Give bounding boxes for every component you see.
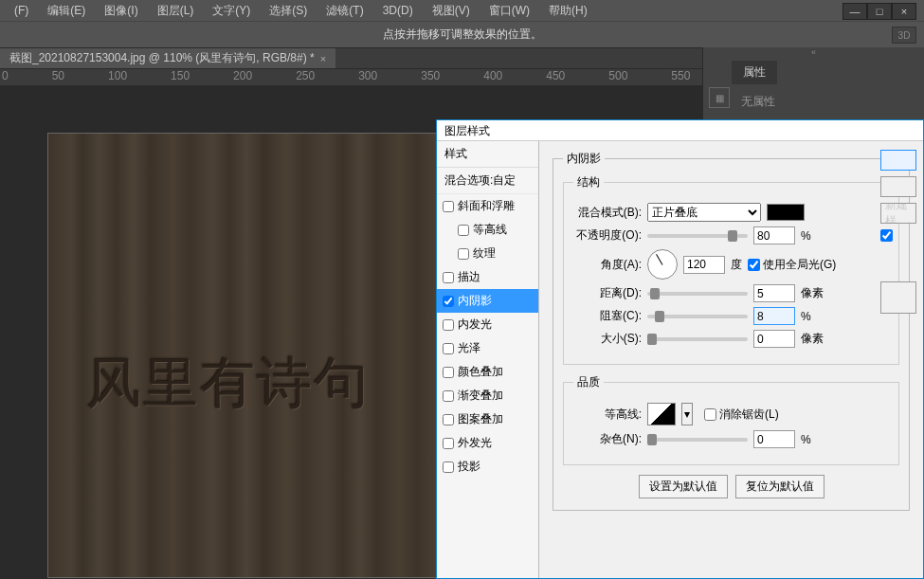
style-row[interactable]: 纹理 bbox=[437, 242, 538, 265]
style-row[interactable]: 图案叠加 bbox=[437, 407, 538, 431]
style-row[interactable]: 等高线 bbox=[437, 218, 538, 242]
contour-dropdown-icon[interactable]: ▾ bbox=[681, 403, 693, 425]
style-label: 纹理 bbox=[473, 245, 496, 262]
style-row[interactable]: 投影 bbox=[437, 455, 538, 479]
style-checkbox[interactable] bbox=[443, 390, 454, 402]
opacity-slider[interactable] bbox=[647, 234, 748, 238]
menu-item[interactable]: 图像(I) bbox=[95, 0, 147, 22]
contour-picker[interactable] bbox=[647, 403, 676, 425]
style-label: 描边 bbox=[458, 269, 480, 285]
menu-item[interactable]: 窗口(W) bbox=[480, 0, 539, 22]
blend-mode-select[interactable]: 正片叠底 bbox=[647, 203, 761, 222]
style-checkbox[interactable] bbox=[443, 201, 454, 212]
noise-unit: % bbox=[801, 433, 811, 446]
style-row[interactable]: 渐变叠加 bbox=[437, 384, 538, 407]
style-checkbox[interactable] bbox=[443, 438, 454, 449]
opacity-input[interactable] bbox=[753, 226, 795, 244]
menu-item[interactable]: 视图(V) bbox=[423, 0, 480, 22]
style-checkbox[interactable] bbox=[443, 461, 454, 473]
style-checkbox[interactable] bbox=[443, 367, 454, 378]
maximize-button[interactable]: □ bbox=[867, 3, 892, 20]
opacity-unit: % bbox=[801, 229, 811, 243]
properties-panel: « ▦ 属性 无属性 bbox=[702, 47, 924, 131]
menu-item[interactable]: 帮助(H) bbox=[539, 0, 597, 22]
structure-fieldset: 结构 混合模式(B): 正片叠底 不透明度(O): % 角度(A): bbox=[563, 174, 899, 365]
size-label: 大小(S): bbox=[573, 331, 642, 347]
structure-legend: 结构 bbox=[573, 174, 604, 190]
size-slider[interactable] bbox=[647, 337, 748, 341]
style-checkbox[interactable] bbox=[443, 343, 454, 354]
ruler-mark: 300 bbox=[358, 69, 377, 85]
ruler-mark: 500 bbox=[608, 69, 627, 85]
size-unit: 像素 bbox=[801, 331, 824, 347]
close-button[interactable]: × bbox=[892, 3, 916, 20]
distance-slider[interactable] bbox=[647, 292, 748, 296]
properties-content: 无属性 bbox=[732, 84, 924, 119]
menu-item[interactable]: 文字(Y) bbox=[203, 0, 260, 22]
choke-unit: % bbox=[801, 310, 811, 323]
menu-item[interactable]: 图层(L) bbox=[148, 0, 204, 22]
ruler-mark: 50 bbox=[52, 69, 64, 85]
style-row[interactable]: 斜面和浮雕 bbox=[437, 194, 538, 218]
angle-unit: 度 bbox=[731, 257, 742, 273]
noise-input[interactable] bbox=[753, 430, 795, 448]
style-label: 等高线 bbox=[473, 222, 507, 238]
distance-input[interactable] bbox=[753, 284, 795, 302]
minimize-button[interactable]: — bbox=[842, 3, 867, 20]
style-checkbox[interactable] bbox=[443, 272, 454, 283]
make-default-button[interactable]: 设置为默认值 bbox=[639, 475, 728, 498]
style-checkbox[interactable] bbox=[458, 248, 469, 260]
menu-item[interactable]: 滤镜(T) bbox=[317, 0, 372, 22]
menu-bar: (F)编辑(E)图像(I)图层(L)文字(Y)选择(S)滤镜(T)3D(D)视图… bbox=[0, 0, 924, 21]
panel-collapse-icon[interactable]: « bbox=[703, 47, 924, 61]
panel-icon[interactable]: ▦ bbox=[709, 87, 730, 108]
opacity-label: 不透明度(O): bbox=[573, 227, 642, 244]
size-input[interactable] bbox=[753, 330, 795, 348]
new-style-button[interactable]: 新建样 bbox=[880, 203, 916, 224]
choke-label: 阻塞(C): bbox=[573, 308, 642, 324]
angle-label: 角度(A): bbox=[573, 257, 642, 273]
style-checkbox[interactable] bbox=[458, 225, 469, 236]
dialog-cancel-button[interactable] bbox=[880, 176, 916, 197]
shadow-color-swatch[interactable] bbox=[767, 204, 805, 221]
style-label: 渐变叠加 bbox=[458, 388, 503, 404]
styles-header[interactable]: 样式 bbox=[437, 141, 538, 168]
menu-item[interactable]: (F) bbox=[5, 1, 38, 20]
noise-slider[interactable] bbox=[647, 438, 748, 442]
document-tab[interactable]: 截图_20210827153004.jpg @ 110% (风里有诗句, RGB… bbox=[0, 48, 335, 68]
style-list: 样式 混合选项:自定 斜面和浮雕等高线纹理描边内阴影内发光光泽颜色叠加渐变叠加图… bbox=[437, 141, 539, 578]
dialog-title: 图层样式 bbox=[437, 120, 923, 141]
style-row[interactable]: 描边 bbox=[437, 265, 538, 289]
menu-item[interactable]: 编辑(E) bbox=[38, 0, 95, 22]
style-row[interactable]: 光泽 bbox=[437, 336, 538, 360]
properties-tab[interactable]: 属性 bbox=[732, 61, 777, 84]
document-tab-label: 截图_20210827153004.jpg @ 110% (风里有诗句, RGB… bbox=[9, 50, 315, 66]
dialog-ok-button[interactable] bbox=[880, 150, 916, 171]
choke-slider[interactable] bbox=[647, 315, 748, 318]
angle-input[interactable] bbox=[683, 256, 725, 274]
style-checkbox[interactable] bbox=[443, 414, 454, 425]
style-row[interactable]: 外发光 bbox=[437, 431, 538, 455]
style-label: 投影 bbox=[458, 459, 480, 475]
menu-item[interactable]: 3D(D) bbox=[373, 1, 423, 20]
style-checkbox[interactable] bbox=[443, 319, 454, 331]
global-light-checkbox[interactable]: 使用全局光(G) bbox=[748, 257, 836, 273]
style-rows-container: 斜面和浮雕等高线纹理描边内阴影内发光光泽颜色叠加渐变叠加图案叠加外发光投影 bbox=[437, 194, 538, 479]
style-row[interactable]: 内发光 bbox=[437, 313, 538, 336]
dialog-extra-button[interactable] bbox=[880, 281, 916, 314]
blend-options-row[interactable]: 混合选项:自定 bbox=[437, 168, 538, 194]
style-row[interactable]: 颜色叠加 bbox=[437, 360, 538, 384]
options-bar: 点按并拖移可调整效果的位置。 bbox=[0, 21, 924, 47]
style-checkbox[interactable] bbox=[443, 296, 454, 307]
3d-mode-button[interactable]: 3D bbox=[892, 27, 916, 44]
style-row[interactable]: 内阴影 bbox=[437, 289, 538, 313]
tab-close-icon[interactable]: × bbox=[320, 53, 326, 64]
canvas-text-layer[interactable]: 风里有诗句 bbox=[86, 347, 371, 421]
ruler-mark: 400 bbox=[483, 69, 502, 85]
anti-alias-checkbox[interactable]: 消除锯齿(L) bbox=[704, 407, 779, 423]
choke-input[interactable] bbox=[753, 307, 795, 325]
reset-default-button[interactable]: 复位为默认值 bbox=[735, 475, 824, 498]
preview-checkbox[interactable] bbox=[880, 229, 916, 242]
menu-item[interactable]: 选择(S) bbox=[260, 0, 317, 22]
angle-dial[interactable] bbox=[647, 249, 678, 280]
